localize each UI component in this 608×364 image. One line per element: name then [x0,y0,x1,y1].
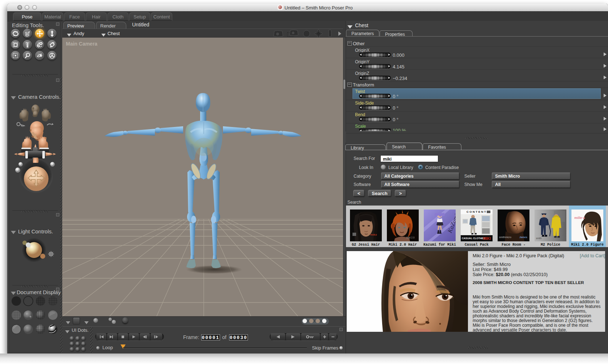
svg-text:CONTENT: CONTENT [466,210,487,213]
svg-text:mıkə: mıkə [370,233,377,236]
svg-text:CASUAL CLOTHES: CASUAL CLOTHES [462,237,485,240]
svg-text:MIKI: MIKI [483,237,491,241]
svg-text:James: James [519,236,527,238]
svg-text:smith: smith [536,237,542,240]
svg-text:Miki 2.0: Miki 2.0 [406,236,415,239]
svg-text:Main Camera: Main Camera [66,41,97,47]
svg-text:smithmicro: smithmicro [499,236,511,238]
svg-text:mőle·a: mőle·a [574,216,585,220]
